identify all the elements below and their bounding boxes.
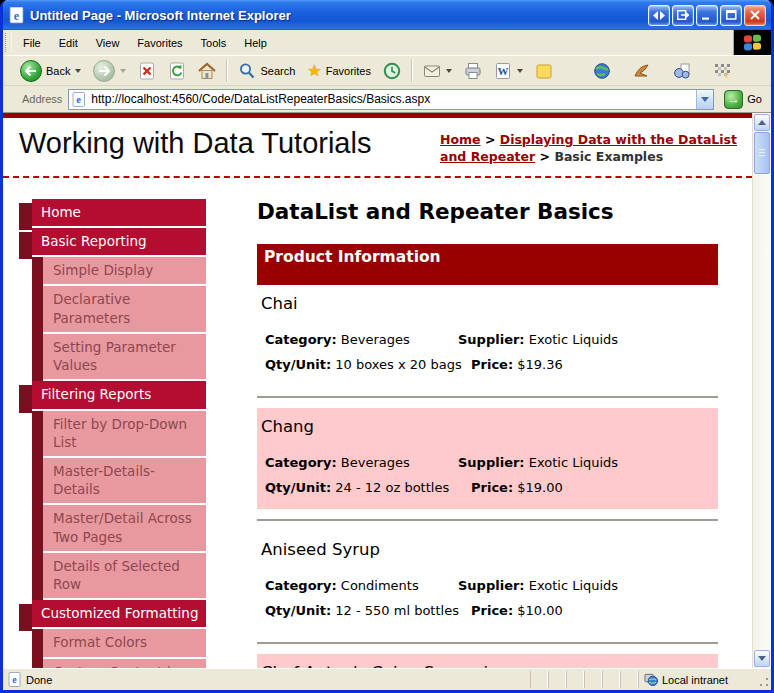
pop-out-button[interactable]: [672, 5, 694, 26]
edit-dropdown-icon[interactable]: [517, 69, 523, 73]
windows-flag-icon: [744, 34, 762, 51]
refresh-button[interactable]: [162, 59, 192, 83]
research-button[interactable]: [667, 59, 697, 83]
status-panel: [584, 671, 602, 688]
browser-window: e Untitled Page - Microsoft Internet Exp…: [0, 0, 774, 693]
menu-grip[interactable]: [5, 33, 12, 52]
url-text[interactable]: http://localhost:4560/Code/DataListRepea…: [91, 92, 696, 106]
discuss-button[interactable]: [529, 59, 559, 83]
product-item-aniseed-syrup: Aniseed SyrupCategory: CondimentsSupplie…: [257, 531, 718, 632]
menu-tools[interactable]: Tools: [192, 30, 236, 55]
product-price: Price: $19.00: [471, 480, 563, 495]
svg-text:e: e: [77, 94, 82, 105]
status-panel: [566, 671, 584, 688]
sidebar-item-filter-by-drop-down-list[interactable]: Filter by Drop-Down List: [43, 411, 206, 456]
site-title: Working with Data Tutorials: [19, 128, 371, 160]
chevron-down-icon: [758, 656, 766, 661]
site-header: Working with Data Tutorials Home > Displ…: [3, 118, 752, 178]
menu-view[interactable]: View: [87, 30, 129, 55]
sidebar-item-custom-content-in-a[interactable]: Custom Content in a: [43, 659, 206, 668]
sidebar-item-simple-display[interactable]: Simple Display: [43, 257, 206, 284]
toolbar-separator: [226, 59, 228, 82]
product-supplier: Supplier: Exotic Liquids: [458, 455, 618, 470]
status-bar: e Done Local intranet: [3, 668, 771, 690]
panel-header: Product Information: [257, 244, 718, 285]
product-detail-row: Category: CondimentsSupplier: Exotic Liq…: [265, 578, 718, 593]
address-bar: Address e http://localhost:4560/Code/Dat…: [3, 86, 771, 113]
breadcrumb-basic-examples: Basic Examples: [554, 149, 663, 164]
back-dropdown-icon[interactable]: [75, 69, 81, 73]
menu-help[interactable]: Help: [235, 30, 276, 55]
minimize-button[interactable]: [696, 5, 718, 26]
mail-dropdown-icon[interactable]: [446, 69, 452, 73]
sidebar-item-filtering-reports[interactable]: Filtering Reports: [32, 381, 206, 408]
url-field[interactable]: e http://localhost:4560/Code/DataListRep…: [68, 89, 714, 110]
print-icon: [464, 62, 482, 80]
url-dropdown-button[interactable]: [696, 90, 713, 109]
home-button[interactable]: [192, 59, 222, 83]
pan-arrows-button[interactable]: [648, 5, 670, 26]
product-detail-row: Qty/Unit: 24 - 12 oz bottlesPrice: $19.0…: [265, 480, 712, 495]
product-price: Price: $10.00: [471, 603, 563, 618]
research-icon: [673, 62, 691, 80]
security-zone: Local intranet: [638, 671, 756, 688]
scrollbar-thumb[interactable]: [754, 132, 770, 174]
page-favicon-icon: e: [72, 92, 87, 107]
page-area: Working with Data Tutorials Home > Displ…: [3, 113, 771, 668]
product-price: Price: $19.36: [471, 357, 563, 372]
mail-button[interactable]: [417, 59, 458, 83]
vertical-scrollbar[interactable]: [752, 113, 771, 668]
menu-favorites[interactable]: Favorites: [128, 30, 191, 55]
sidebar-item-basic-reporting[interactable]: Basic Reporting: [32, 228, 206, 255]
standard-toolbar: Back: [3, 56, 771, 86]
stop-icon: [138, 62, 156, 80]
sidebar-item-customized-formatting[interactable]: Customized Formatting: [32, 600, 206, 627]
pixels-button[interactable]: [707, 59, 737, 83]
menu-file[interactable]: File: [14, 30, 50, 55]
product-supplier: Supplier: Exotic Liquids: [458, 578, 618, 593]
globe-icon: [593, 62, 611, 80]
scroll-down-button[interactable]: [754, 650, 770, 667]
back-button[interactable]: Back: [14, 57, 87, 85]
note-icon: [535, 62, 553, 80]
search-button[interactable]: Search: [232, 59, 301, 83]
scrollbar-track[interactable]: [753, 174, 771, 649]
sidebar-item-master-detail-across-two-pages[interactable]: Master/Detail Across Two Pages: [43, 505, 206, 550]
sidebar-item-label: Customized Formatting: [32, 600, 206, 627]
sidebar-item-details-of-selected-row[interactable]: Details of Selected Row: [43, 553, 206, 598]
menu-bar-items: FileEditViewFavoritesToolsHelp: [14, 30, 276, 55]
sidebar-item-home[interactable]: Home: [32, 199, 206, 226]
sidebar-item-master-details-details[interactable]: Master-Details-Details: [43, 458, 206, 503]
go-button[interactable]: → Go: [719, 88, 767, 111]
maximize-button[interactable]: [720, 5, 742, 26]
sidebar-item-setting-parameter-values[interactable]: Setting Parameter Values: [43, 334, 206, 379]
product-separator: [257, 642, 718, 644]
breadcrumb-home[interactable]: Home: [440, 132, 481, 147]
chevron-up-icon: [758, 120, 766, 125]
hand-button[interactable]: [627, 59, 657, 83]
status-text: Done: [26, 674, 52, 686]
stop-button[interactable]: [132, 59, 162, 83]
product-name: Chai: [261, 294, 718, 313]
sidebar-item-declarative-parameters[interactable]: Declarative Parameters: [43, 286, 206, 331]
sidebar-menu: HomeBasic ReportingSimple DisplayDeclara…: [19, 199, 206, 668]
product-name: Chef Anton's Cajun Seasoning: [261, 663, 712, 668]
product-supplier: Supplier: Exotic Liquids: [458, 332, 618, 347]
zone-text: Local intranet: [662, 674, 728, 686]
title-bar[interactable]: e Untitled Page - Microsoft Internet Exp…: [3, 0, 771, 30]
history-button[interactable]: [377, 59, 407, 83]
product-category: Category: Beverages: [265, 455, 458, 470]
edit-with-word-button[interactable]: W: [488, 59, 529, 83]
forward-dropdown-icon[interactable]: [120, 69, 126, 73]
sidebar-item-format-colors[interactable]: Format Colors: [43, 629, 206, 656]
favorites-button[interactable]: ★ Favorites: [301, 60, 377, 82]
close-button[interactable]: [744, 5, 766, 26]
product-category: Category: Condiments: [265, 578, 458, 593]
scroll-up-button[interactable]: [754, 114, 770, 131]
svg-text:W: W: [497, 65, 508, 77]
resize-grip[interactable]: [756, 669, 771, 690]
globe-button[interactable]: [587, 59, 617, 83]
menu-edit[interactable]: Edit: [50, 30, 87, 55]
forward-button[interactable]: [87, 57, 132, 85]
print-button[interactable]: [458, 59, 488, 83]
